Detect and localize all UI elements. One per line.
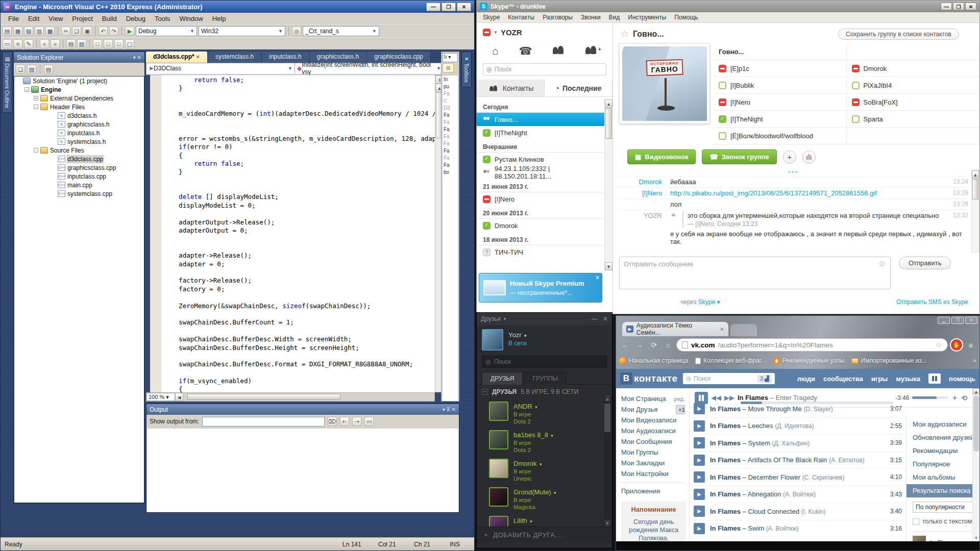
collapse-icon[interactable]: − — [482, 389, 488, 395]
skype-menu-item[interactable]: Skype — [479, 13, 504, 22]
home-icon[interactable]: ⌂ — [492, 45, 499, 57]
audio-menu-item[interactable]: Мои альбомы — [906, 471, 972, 484]
friends-scrollbar[interactable]: ▲ ▼ — [604, 394, 611, 527]
volume-slider[interactable] — [912, 396, 948, 399]
online-friends-badge[interactable]: 3 ▟ — [757, 375, 772, 383]
scroll-thumb[interactable] — [604, 404, 610, 432]
copy-icon[interactable]: ❏ — [72, 27, 81, 36]
history-more-indicator[interactable]: ••• — [618, 170, 968, 176]
solution-tree-row[interactable]: d3dclass.cpp — [14, 155, 144, 163]
video-call-button[interactable]: ▣ Видеозвонок — [627, 149, 696, 164]
redo-icon[interactable]: ↷ — [109, 27, 118, 36]
vs-maximize-button[interactable]: ❐ — [442, 3, 456, 11]
vs-menu-item[interactable]: View — [44, 14, 67, 23]
solution-tree-row[interactable]: Engine — [14, 85, 144, 94]
steam-minimize-button[interactable]: — — [592, 315, 598, 322]
album-item[interactable]: In Flames — [913, 531, 972, 541]
steam-avatar[interactable] — [482, 329, 503, 350]
vs-titlebar[interactable]: ∞ Engine - Microsoft Visual C++ 2010 Exp… — [1, 1, 474, 13]
vk-search-input[interactable]: ◎ Поиск 3 ▟ — [683, 373, 775, 384]
vs-minimize-button[interactable]: — — [426, 3, 440, 11]
vs-menu-item[interactable]: Edit — [23, 14, 44, 23]
goto-next-message-icon[interactable]: ⇢ — [352, 417, 361, 426]
solution-tree-row[interactable]: d3dclass.h — [14, 111, 144, 120]
scroll-down-icon[interactable]: ▼ — [605, 262, 612, 270]
member-item[interactable]: [I]Nero — [714, 94, 847, 110]
member-item[interactable]: [E]p1c — [714, 60, 847, 77]
member-item[interactable]: SoBra[FoX] — [847, 94, 980, 110]
breakpoint-margin[interactable] — [146, 75, 150, 392]
member-item[interactable]: [I]Bublik — [714, 77, 847, 93]
recent-row[interactable]: Dmorok — [477, 219, 604, 232]
save-all-icon[interactable]: ▩ — [45, 27, 55, 36]
type-dropdown[interactable]: ➤ D3DClass▼ — [146, 63, 295, 73]
editor-tab[interactable]: systemclass.h — [208, 52, 261, 63]
properties-icon[interactable]: ❏ — [16, 65, 25, 74]
recent-row[interactable]: Рустам Клинков — [477, 153, 604, 166]
song-row[interactable]: ▶ In Flames – Cloud Connected (I. Kukin)… — [690, 503, 906, 520]
group-call-button[interactable]: ☎ Звонок группе — [702, 149, 776, 164]
vs-menu-item[interactable]: File — [4, 14, 23, 23]
recent-row[interactable]: [I]Nero — [477, 192, 604, 206]
recent-row[interactable]: 18 июня 2013 г. — [477, 232, 604, 245]
sidebar-link[interactable]: Мои Сообщения — [621, 436, 689, 447]
play-icon[interactable]: ▶ — [694, 437, 705, 448]
vs-menu-item[interactable]: Project — [67, 14, 97, 23]
address-bar[interactable]: vk.com/audio?performer=1&q=In%20Flames ☆ — [676, 338, 948, 352]
browser-tab[interactable]: ▶ Аудиозаписи Тёмко Семён... ✕ — [622, 322, 728, 336]
browser-menu-icon[interactable]: ≡ — [965, 341, 976, 349]
call-phones-icon[interactable]: ☎ — [519, 45, 532, 57]
audio-menu-item[interactable]: Рекомендации — [906, 444, 972, 458]
play-icon[interactable]: ▶ — [694, 506, 705, 517]
recent-row[interactable]: Говно... — [477, 113, 604, 126]
skype-minimize-button[interactable]: — — [941, 3, 952, 10]
skype-menu-item[interactable]: Разговоры — [538, 13, 577, 22]
save-group-button[interactable]: Сохранить группу в списке контактов — [838, 29, 959, 40]
add-item-icon[interactable]: ▦ — [13, 27, 22, 36]
solution-explorer-header[interactable]: Solution Explorer▾ ✕ — [14, 52, 144, 63]
solution-tree-row[interactable]: Solution 'Engine' (1 project) — [14, 77, 144, 85]
output-source-dropdown[interactable] — [202, 417, 325, 427]
chat-message-quote[interactable]: YOZR ❝ это сборка для унтерменшей,которы… — [618, 210, 968, 229]
send-button[interactable]: Отправить — [899, 257, 951, 269]
scroll-left-icon[interactable]: ◀ — [175, 393, 183, 401]
friend-row[interactable]: ba1bes 8_8 ▼ В игре Dota 2 — [477, 428, 612, 456]
scroll-thumb[interactable] — [973, 395, 979, 452]
skype-username[interactable]: YOZR — [501, 28, 522, 37]
repeat-icon[interactable]: ⟲ — [961, 394, 967, 402]
chat-message[interactable]: Dmorok йебаааа 13:24 — [618, 176, 968, 187]
tree-expand-icon[interactable] — [34, 105, 38, 109]
code-text[interactable]: return false; } — [161, 76, 435, 392]
bookmark-star-icon[interactable]: ☆ — [936, 340, 942, 349]
properties-object-dropdown[interactable]: Iı ▾ — [443, 53, 458, 62]
audio-menu-item[interactable]: Мои аудиозаписи — [906, 418, 972, 431]
platform-dropdown[interactable]: Win32▼ — [199, 26, 285, 36]
play-icon[interactable]: ▶ — [694, 471, 705, 483]
song-row[interactable]: ▶ In Flames – Swim (А. Войтюк) 3:16 — [690, 520, 906, 538]
recent-row[interactable]: Вчерашние — [477, 139, 604, 153]
member-item[interactable]: Sparta — [847, 111, 980, 127]
recent-list-scrollbar[interactable]: ▲ ▼ — [604, 99, 612, 270]
tree-expand-icon[interactable] — [34, 96, 38, 101]
start-debugging-icon[interactable]: ▶ — [125, 27, 134, 36]
sidebar-link[interactable]: Мои Закладки — [621, 458, 689, 468]
nav-help[interactable]: помощь — [949, 375, 975, 383]
status-caret-icon[interactable]: ▼ — [494, 30, 498, 35]
steam-close-button[interactable]: ✕ — [603, 315, 608, 322]
bookmark-item[interactable]: Импортированные из... — [851, 357, 927, 364]
song-row[interactable]: ▶ In Flames – Move Through Me (D. Slayer… — [690, 400, 906, 418]
properties-categorized-icon[interactable]: ▤ — [443, 63, 454, 72]
member-dropdown[interactable]: ◆ Initialize(int screenWidth, int screen… — [295, 63, 444, 73]
solution-tree-row[interactable]: systemclass.cpp — [14, 189, 144, 198]
skype-titlebar[interactable]: S Skype™ - drunklee — ❐ ✕ — [477, 1, 979, 12]
play-icon[interactable]: ▶ — [694, 489, 705, 500]
group-picture[interactable]: ОСТОРОЖНО ГАВНО — [619, 43, 710, 124]
new-tab-button[interactable] — [730, 324, 757, 336]
chat-message[interactable]: лол 13:29 — [618, 198, 968, 210]
indent-decrease-icon[interactable]: « — [40, 39, 49, 48]
back-icon[interactable]: ← — [619, 339, 631, 351]
property-row[interactable]: Fa — [444, 141, 457, 148]
recent-row[interactable]: Сегодня — [477, 99, 604, 113]
favorite-star-icon[interactable]: ☆ — [620, 28, 629, 40]
song-row[interactable]: ▶ In Flames – December Flower (С. Скрипа… — [690, 469, 906, 486]
